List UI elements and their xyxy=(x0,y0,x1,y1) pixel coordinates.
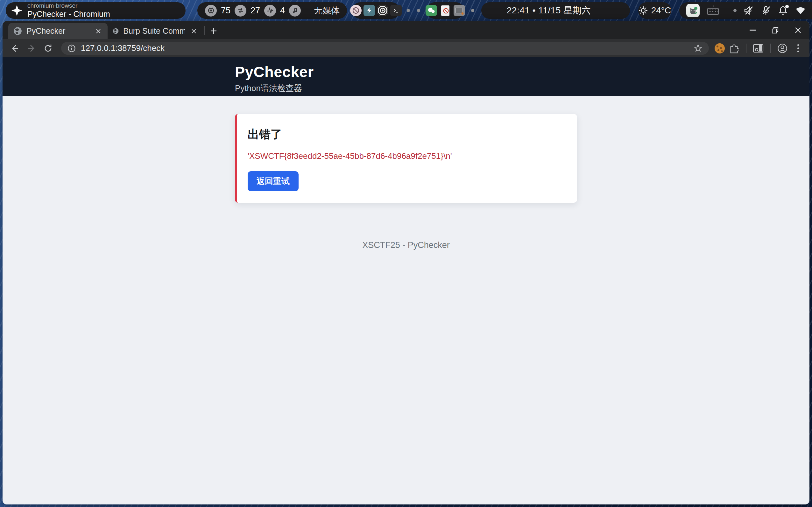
volume-muted-icon[interactable] xyxy=(744,5,754,16)
music-note-icon xyxy=(289,5,301,16)
tab-label: PyChecker xyxy=(26,26,90,36)
tray-dot xyxy=(417,9,420,12)
keyboard-layout-icon[interactable] xyxy=(707,5,719,16)
bell-badge xyxy=(785,5,789,8)
web-page: PyChecker Python语法检查器 出错了 'XSWCTF{8f3eed… xyxy=(3,57,809,504)
network-icon xyxy=(235,5,246,16)
reload-button[interactable] xyxy=(41,41,55,56)
minimize-button[interactable] xyxy=(750,30,756,31)
clock-time: 22:41 xyxy=(507,5,530,15)
toolbar-separator xyxy=(746,44,746,53)
page-header: PyChecker Python语法检查器 xyxy=(3,57,809,96)
page-footer: XSCTF25 - PyChecker xyxy=(3,240,809,250)
tab-pychecker[interactable]: PyChecker xyxy=(8,23,108,39)
close-window-button[interactable] xyxy=(794,26,802,34)
address-bar[interactable]: 127.0.0.1:38759/check xyxy=(61,42,709,55)
weather-pill[interactable]: 24°C xyxy=(638,2,671,19)
toolbar-separator xyxy=(770,44,771,53)
clock-pill[interactable]: 22:41 • 11/15 星期六 100 xyxy=(481,2,630,19)
tray-dot xyxy=(471,9,474,12)
new-tab-button[interactable] xyxy=(208,25,219,36)
window-app-name: chromium-browser xyxy=(27,2,110,9)
load-value: 4 xyxy=(280,6,285,16)
system-monitor-pill: 75 27 4 无媒体 xyxy=(197,2,347,19)
wechat-icon[interactable] xyxy=(425,5,437,16)
power-app-icon[interactable] xyxy=(363,5,375,16)
side-panel-search-icon[interactable] xyxy=(751,41,765,56)
weather-temp: 24°C xyxy=(651,5,671,16)
notification-bell-icon[interactable] xyxy=(778,5,788,16)
page-subtitle: Python语法检查器 xyxy=(235,83,577,94)
tab-close-icon[interactable] xyxy=(94,27,103,35)
browser-menu-icon[interactable] xyxy=(792,44,804,52)
error-message: 'XSWCTF{8f3eedd2-55ae-45bb-87d6-4b96a9f2… xyxy=(248,151,564,161)
status-dot xyxy=(733,9,737,12)
clash-cat-icon[interactable] xyxy=(686,4,700,17)
bookmark-star-icon[interactable] xyxy=(694,44,702,53)
network-value: 27 xyxy=(250,6,260,16)
extensions-icon[interactable] xyxy=(727,41,741,56)
tab-close-icon[interactable] xyxy=(190,27,198,35)
tab-label: Burp Suite Community E xyxy=(123,26,185,36)
profile-avatar-icon[interactable] xyxy=(775,41,790,56)
screenshot-tool-icon[interactable] xyxy=(454,5,465,16)
globe-favicon xyxy=(13,27,22,35)
back-button[interactable] xyxy=(8,41,22,56)
media-status-label: 无媒体 xyxy=(314,5,340,16)
terminal-app-icon[interactable] xyxy=(390,5,402,16)
window-title: PyChecker - Chromium xyxy=(27,9,110,19)
cpu-icon xyxy=(205,5,217,16)
error-card: 出错了 'XSWCTF{8f3eedd2-55ae-45bb-87d6-4b96… xyxy=(235,114,577,203)
tray-group-2 xyxy=(426,2,464,19)
url-text[interactable]: 127.0.0.1:38759/check xyxy=(81,43,689,53)
browser-toolbar: 127.0.0.1:38759/check xyxy=(3,39,809,57)
cookie-extension-icon[interactable] xyxy=(714,43,725,53)
status-tray-pill xyxy=(679,2,812,19)
wifi-icon[interactable] xyxy=(795,6,806,15)
window-controls xyxy=(750,21,802,39)
tab-burp-suite[interactable]: Burp Suite Community E xyxy=(108,23,203,39)
sun-icon xyxy=(639,6,648,15)
retry-button[interactable]: 返回重试 xyxy=(248,171,299,191)
tray-dot xyxy=(407,9,410,12)
spiral-app-icon[interactable] xyxy=(377,5,388,16)
blocked-file-icon[interactable] xyxy=(440,5,451,16)
error-card-title: 出错了 xyxy=(248,127,564,142)
clock-date: 11/15 星期六 xyxy=(538,5,590,15)
browser-window: PyChecker Burp Suite Community E xyxy=(3,21,809,504)
do-not-disturb-icon[interactable] xyxy=(350,5,362,16)
cpu-value: 75 xyxy=(221,6,230,16)
forward-button[interactable] xyxy=(24,41,39,56)
maximize-button[interactable] xyxy=(771,26,779,34)
mic-muted-icon[interactable] xyxy=(761,5,771,16)
pulse-icon xyxy=(264,5,276,16)
globe-favicon xyxy=(113,27,119,35)
site-info-icon[interactable] xyxy=(67,44,76,53)
system-top-bar: chromium-browser PyChecker - Chromium 75… xyxy=(0,0,812,21)
clock-separator: • xyxy=(532,5,536,15)
tab-strip: PyChecker Burp Suite Community E xyxy=(3,21,809,39)
window-manager-logo-icon xyxy=(11,5,22,16)
tab-separator xyxy=(205,26,205,35)
page-title: PyChecker xyxy=(235,57,577,80)
tray-group-1 xyxy=(352,2,400,19)
active-window-pill[interactable]: chromium-browser PyChecker - Chromium xyxy=(6,2,186,19)
